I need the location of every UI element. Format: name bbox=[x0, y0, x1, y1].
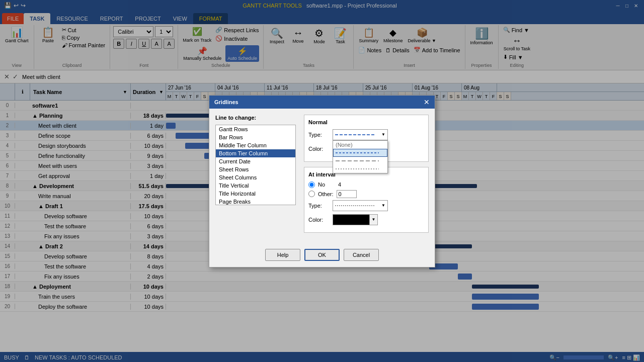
gridlines-dialog: Gridlines ✕ Line to change: Gantt Rows B… bbox=[209, 95, 435, 267]
at-line-style-dropdown[interactable] bbox=[333, 200, 388, 211]
no-radio-row: No 4 bbox=[308, 182, 424, 188]
line-to-change-label: Line to change: bbox=[215, 115, 296, 121]
line-style-none[interactable]: (None) bbox=[333, 141, 387, 149]
normal-section-title: Normal bbox=[308, 119, 424, 125]
other-radio[interactable] bbox=[308, 191, 315, 197]
type-row: Type: bbox=[308, 129, 424, 140]
line-style-dash[interactable] bbox=[333, 157, 387, 165]
line-style-dot[interactable] bbox=[333, 165, 387, 173]
line-item-bottom-tier[interactable]: Bottom Tier Column bbox=[216, 149, 295, 157]
type-label: Type: bbox=[308, 132, 329, 138]
dialog-body: Line to change: Gantt Rows Bar Rows Midd… bbox=[209, 109, 435, 245]
line-item-sheet-rows[interactable]: Sheet Rows bbox=[216, 165, 295, 173]
help-button[interactable]: Help bbox=[265, 249, 300, 261]
line-item-page-breaks[interactable]: Page Breaks bbox=[216, 198, 295, 205]
line-item-middle-tier[interactable]: Middle Tier Column bbox=[216, 141, 295, 149]
right-panel: Normal Type: bbox=[304, 115, 429, 233]
normal-section: Normal Type: bbox=[304, 115, 429, 162]
line-item-sheet-columns[interactable]: Sheet Columns bbox=[216, 173, 295, 182]
line-item-current-date[interactable]: Current Date bbox=[216, 157, 295, 165]
dialog-title: Gridlines bbox=[214, 99, 238, 105]
no-label: No bbox=[318, 182, 325, 188]
line-style-list[interactable]: (None) bbox=[333, 140, 388, 173]
dialog-close-button[interactable]: ✕ bbox=[424, 98, 430, 106]
other-value-input[interactable] bbox=[337, 190, 357, 198]
dialog-title-bar: Gridlines ✕ bbox=[209, 96, 435, 109]
dialog-footer: Help OK Cancel bbox=[209, 245, 435, 267]
svg-text:(None): (None) bbox=[336, 142, 353, 148]
at-type-row: Type: bbox=[308, 200, 424, 211]
interval-value-display: 4 bbox=[338, 182, 341, 188]
line-list[interactable]: Gantt Rows Bar Rows Middle Tier Column B… bbox=[215, 125, 296, 205]
at-color-picker[interactable]: ▼ bbox=[333, 214, 378, 225]
ok-button[interactable]: OK bbox=[304, 249, 340, 261]
other-radio-row: Other: bbox=[308, 190, 424, 198]
line-item-bar-rows[interactable]: Bar Rows bbox=[216, 133, 295, 141]
at-color-row: Color: ▼ bbox=[308, 214, 424, 225]
line-style-solid[interactable] bbox=[333, 149, 387, 157]
other-label: Other: bbox=[318, 191, 334, 197]
color-label: Color: bbox=[308, 146, 329, 152]
at-color-label: Color: bbox=[308, 217, 329, 223]
at-interval-section: At interval No 4 Other: Type: bbox=[304, 167, 429, 233]
line-item-title-vertical[interactable]: Title Vertical bbox=[216, 182, 295, 190]
cancel-button[interactable]: Cancel bbox=[344, 249, 379, 261]
at-color-arrow[interactable]: ▼ bbox=[369, 215, 377, 225]
line-style-dropdown[interactable] bbox=[333, 129, 388, 140]
line-to-change-section: Line to change: Gantt Rows Bar Rows Midd… bbox=[215, 115, 296, 233]
at-type-label: Type: bbox=[308, 203, 329, 209]
line-item-gantt-rows[interactable]: Gantt Rows bbox=[216, 125, 295, 133]
modal-overlay: Gridlines ✕ Line to change: Gantt Rows B… bbox=[0, 0, 644, 362]
no-radio[interactable] bbox=[308, 182, 315, 188]
line-item-title-horizontal[interactable]: Title Horizontal bbox=[216, 190, 295, 198]
